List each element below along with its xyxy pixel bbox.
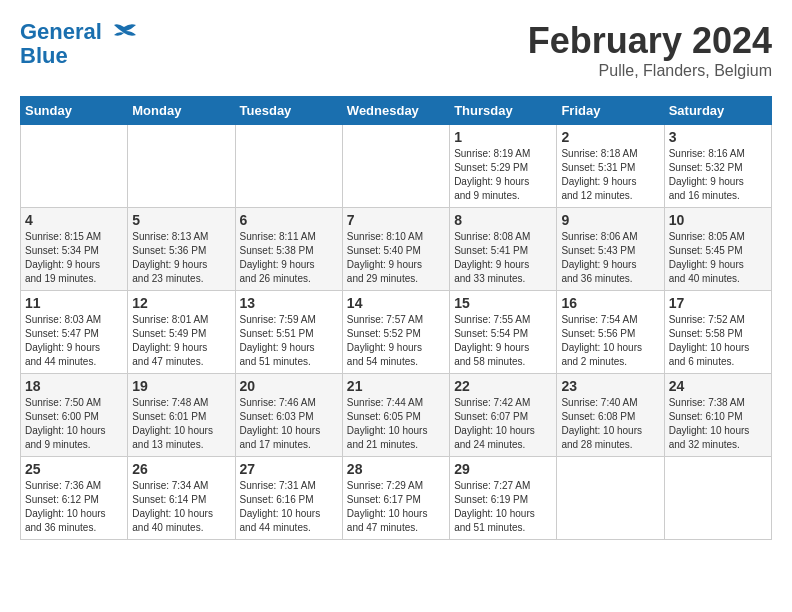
day-info: Sunrise: 7:59 AM Sunset: 5:51 PM Dayligh… <box>240 313 338 369</box>
calendar-cell: 4Sunrise: 8:15 AM Sunset: 5:34 PM Daylig… <box>21 208 128 291</box>
day-info: Sunrise: 7:57 AM Sunset: 5:52 PM Dayligh… <box>347 313 445 369</box>
calendar-cell: 29Sunrise: 7:27 AM Sunset: 6:19 PM Dayli… <box>450 457 557 540</box>
day-info: Sunrise: 8:19 AM Sunset: 5:29 PM Dayligh… <box>454 147 552 203</box>
day-info: Sunrise: 8:16 AM Sunset: 5:32 PM Dayligh… <box>669 147 767 203</box>
day-info: Sunrise: 7:36 AM Sunset: 6:12 PM Dayligh… <box>25 479 123 535</box>
days-header-row: SundayMondayTuesdayWednesdayThursdayFrid… <box>21 97 772 125</box>
day-number: 1 <box>454 129 552 145</box>
day-info: Sunrise: 8:06 AM Sunset: 5:43 PM Dayligh… <box>561 230 659 286</box>
day-info: Sunrise: 7:54 AM Sunset: 5:56 PM Dayligh… <box>561 313 659 369</box>
day-info: Sunrise: 8:10 AM Sunset: 5:40 PM Dayligh… <box>347 230 445 286</box>
day-number: 12 <box>132 295 230 311</box>
week-row-5: 25Sunrise: 7:36 AM Sunset: 6:12 PM Dayli… <box>21 457 772 540</box>
calendar-header: SundayMondayTuesdayWednesdayThursdayFrid… <box>21 97 772 125</box>
day-header-monday: Monday <box>128 97 235 125</box>
logo-blue-text: Blue <box>20 44 138 68</box>
calendar-body: 1Sunrise: 8:19 AM Sunset: 5:29 PM Daylig… <box>21 125 772 540</box>
day-info: Sunrise: 8:08 AM Sunset: 5:41 PM Dayligh… <box>454 230 552 286</box>
calendar-cell: 9Sunrise: 8:06 AM Sunset: 5:43 PM Daylig… <box>557 208 664 291</box>
day-info: Sunrise: 7:31 AM Sunset: 6:16 PM Dayligh… <box>240 479 338 535</box>
calendar-cell: 6Sunrise: 8:11 AM Sunset: 5:38 PM Daylig… <box>235 208 342 291</box>
day-number: 21 <box>347 378 445 394</box>
day-number: 25 <box>25 461 123 477</box>
day-number: 6 <box>240 212 338 228</box>
calendar-cell <box>664 457 771 540</box>
calendar-cell: 26Sunrise: 7:34 AM Sunset: 6:14 PM Dayli… <box>128 457 235 540</box>
day-number: 15 <box>454 295 552 311</box>
main-title: February 2024 <box>528 20 772 62</box>
calendar-cell: 8Sunrise: 8:08 AM Sunset: 5:41 PM Daylig… <box>450 208 557 291</box>
calendar-cell: 17Sunrise: 7:52 AM Sunset: 5:58 PM Dayli… <box>664 291 771 374</box>
logo-bird-icon <box>110 23 138 43</box>
week-row-2: 4Sunrise: 8:15 AM Sunset: 5:34 PM Daylig… <box>21 208 772 291</box>
page-header: General Blue February 2024 Pulle, Flande… <box>20 20 772 80</box>
calendar-cell: 16Sunrise: 7:54 AM Sunset: 5:56 PM Dayli… <box>557 291 664 374</box>
day-number: 14 <box>347 295 445 311</box>
day-number: 29 <box>454 461 552 477</box>
day-header-saturday: Saturday <box>664 97 771 125</box>
calendar-cell: 24Sunrise: 7:38 AM Sunset: 6:10 PM Dayli… <box>664 374 771 457</box>
title-section: February 2024 Pulle, Flanders, Belgium <box>528 20 772 80</box>
calendar-cell: 21Sunrise: 7:44 AM Sunset: 6:05 PM Dayli… <box>342 374 449 457</box>
day-number: 18 <box>25 378 123 394</box>
logo-text: General <box>20 20 138 44</box>
day-info: Sunrise: 8:15 AM Sunset: 5:34 PM Dayligh… <box>25 230 123 286</box>
day-number: 4 <box>25 212 123 228</box>
day-header-sunday: Sunday <box>21 97 128 125</box>
day-number: 16 <box>561 295 659 311</box>
day-header-thursday: Thursday <box>450 97 557 125</box>
day-number: 7 <box>347 212 445 228</box>
day-number: 24 <box>669 378 767 394</box>
day-header-friday: Friday <box>557 97 664 125</box>
calendar-cell: 14Sunrise: 7:57 AM Sunset: 5:52 PM Dayli… <box>342 291 449 374</box>
week-row-4: 18Sunrise: 7:50 AM Sunset: 6:00 PM Dayli… <box>21 374 772 457</box>
day-info: Sunrise: 7:48 AM Sunset: 6:01 PM Dayligh… <box>132 396 230 452</box>
day-info: Sunrise: 8:03 AM Sunset: 5:47 PM Dayligh… <box>25 313 123 369</box>
calendar-cell: 2Sunrise: 8:18 AM Sunset: 5:31 PM Daylig… <box>557 125 664 208</box>
day-number: 13 <box>240 295 338 311</box>
calendar-cell: 1Sunrise: 8:19 AM Sunset: 5:29 PM Daylig… <box>450 125 557 208</box>
day-info: Sunrise: 8:05 AM Sunset: 5:45 PM Dayligh… <box>669 230 767 286</box>
day-info: Sunrise: 7:34 AM Sunset: 6:14 PM Dayligh… <box>132 479 230 535</box>
day-info: Sunrise: 7:27 AM Sunset: 6:19 PM Dayligh… <box>454 479 552 535</box>
calendar-cell: 15Sunrise: 7:55 AM Sunset: 5:54 PM Dayli… <box>450 291 557 374</box>
day-header-tuesday: Tuesday <box>235 97 342 125</box>
day-number: 3 <box>669 129 767 145</box>
day-number: 10 <box>669 212 767 228</box>
calendar-cell: 25Sunrise: 7:36 AM Sunset: 6:12 PM Dayli… <box>21 457 128 540</box>
day-info: Sunrise: 8:13 AM Sunset: 5:36 PM Dayligh… <box>132 230 230 286</box>
day-info: Sunrise: 7:44 AM Sunset: 6:05 PM Dayligh… <box>347 396 445 452</box>
day-number: 26 <box>132 461 230 477</box>
calendar-table: SundayMondayTuesdayWednesdayThursdayFrid… <box>20 96 772 540</box>
calendar-cell <box>235 125 342 208</box>
day-number: 8 <box>454 212 552 228</box>
day-info: Sunrise: 8:11 AM Sunset: 5:38 PM Dayligh… <box>240 230 338 286</box>
day-number: 19 <box>132 378 230 394</box>
calendar-cell: 23Sunrise: 7:40 AM Sunset: 6:08 PM Dayli… <box>557 374 664 457</box>
day-number: 5 <box>132 212 230 228</box>
calendar-cell: 20Sunrise: 7:46 AM Sunset: 6:03 PM Dayli… <box>235 374 342 457</box>
day-number: 28 <box>347 461 445 477</box>
calendar-cell <box>128 125 235 208</box>
calendar-cell: 18Sunrise: 7:50 AM Sunset: 6:00 PM Dayli… <box>21 374 128 457</box>
calendar-cell <box>557 457 664 540</box>
day-number: 22 <box>454 378 552 394</box>
calendar-cell: 3Sunrise: 8:16 AM Sunset: 5:32 PM Daylig… <box>664 125 771 208</box>
calendar-cell <box>21 125 128 208</box>
day-number: 2 <box>561 129 659 145</box>
calendar-cell: 27Sunrise: 7:31 AM Sunset: 6:16 PM Dayli… <box>235 457 342 540</box>
day-number: 20 <box>240 378 338 394</box>
subtitle: Pulle, Flanders, Belgium <box>528 62 772 80</box>
day-number: 17 <box>669 295 767 311</box>
day-info: Sunrise: 7:46 AM Sunset: 6:03 PM Dayligh… <box>240 396 338 452</box>
day-info: Sunrise: 7:38 AM Sunset: 6:10 PM Dayligh… <box>669 396 767 452</box>
week-row-3: 11Sunrise: 8:03 AM Sunset: 5:47 PM Dayli… <box>21 291 772 374</box>
calendar-cell: 13Sunrise: 7:59 AM Sunset: 5:51 PM Dayli… <box>235 291 342 374</box>
day-number: 23 <box>561 378 659 394</box>
day-number: 27 <box>240 461 338 477</box>
day-number: 9 <box>561 212 659 228</box>
calendar-cell: 10Sunrise: 8:05 AM Sunset: 5:45 PM Dayli… <box>664 208 771 291</box>
day-info: Sunrise: 7:55 AM Sunset: 5:54 PM Dayligh… <box>454 313 552 369</box>
calendar-cell: 19Sunrise: 7:48 AM Sunset: 6:01 PM Dayli… <box>128 374 235 457</box>
day-info: Sunrise: 7:29 AM Sunset: 6:17 PM Dayligh… <box>347 479 445 535</box>
